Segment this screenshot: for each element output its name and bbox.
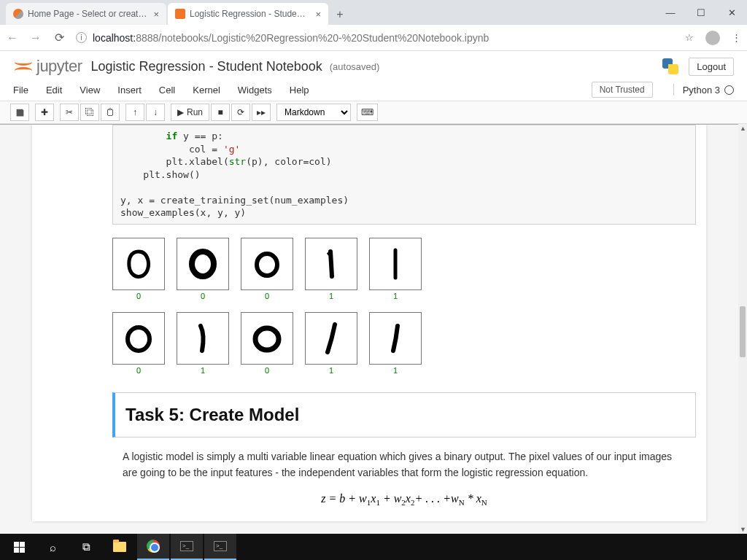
- browser-tab-home[interactable]: Home Page - Select or create a n ×: [6, 3, 166, 25]
- output-digits-row-2: 0 1 0 1 1: [112, 305, 706, 379]
- menu-insert[interactable]: Insert: [117, 85, 142, 96]
- star-icon[interactable]: ☆: [685, 32, 694, 43]
- digit-output: 0: [241, 312, 293, 375]
- jupyter-icon: [13, 56, 34, 77]
- menu-widgets[interactable]: Widgets: [238, 85, 272, 96]
- markdown-text: A logistic model is simply a multi varia…: [112, 449, 696, 481]
- new-tab-button[interactable]: +: [330, 4, 350, 25]
- scroll-down-icon[interactable]: ▼: [740, 526, 746, 533]
- svg-point-2: [128, 327, 150, 351]
- profile-icon[interactable]: [705, 31, 720, 45]
- menu-edit[interactable]: Edit: [46, 85, 62, 96]
- cell-type-select[interactable]: Markdown: [276, 104, 351, 121]
- vertical-scrollbar[interactable]: ▲ ▼: [738, 124, 747, 534]
- digit-output: 1: [369, 312, 422, 375]
- terminal-taskbar-button-1[interactable]: >_: [171, 534, 203, 560]
- file-explorer-button[interactable]: [104, 534, 136, 560]
- copy-button[interactable]: ⿻: [80, 104, 99, 121]
- scroll-thumb[interactable]: [740, 306, 746, 357]
- digit-output: 0: [177, 238, 229, 300]
- kernel-indicator[interactable]: Python 3: [673, 84, 734, 96]
- task-view-button[interactable]: ⧉: [70, 534, 102, 560]
- run-button[interactable]: ▶ Run: [171, 104, 209, 121]
- digit-output: 1: [177, 312, 229, 375]
- command-palette-button[interactable]: ⌨: [357, 104, 378, 121]
- kernel-status-icon: [724, 85, 734, 95]
- back-icon[interactable]: ←: [6, 31, 19, 44]
- equation: z = b + w1x1 + w2x2+ . . . +wN * xN: [112, 492, 696, 507]
- task-heading: Task 5: Create Model: [125, 405, 685, 425]
- jupyter-word: jupyter: [36, 57, 82, 76]
- jupyter-logo[interactable]: jupyter: [13, 56, 82, 77]
- digit-output: 0: [241, 238, 293, 300]
- paste-button[interactable]: 📋︎: [101, 104, 120, 121]
- trust-indicator[interactable]: Not Trusted: [592, 82, 653, 98]
- digit-output: 1: [305, 238, 357, 300]
- forward-icon[interactable]: →: [29, 31, 42, 44]
- url-path: /notebooks/Logistic%20Regression%20-%20S…: [158, 32, 489, 44]
- browser-tab-strip: Home Page - Select or create a n × Logis…: [0, 0, 747, 25]
- jupyter-favicon: [13, 9, 23, 19]
- save-button[interactable]: [10, 104, 29, 121]
- digit-output: 1: [305, 312, 357, 375]
- search-button[interactable]: ⌕: [36, 534, 69, 560]
- menu-kernel[interactable]: Kernel: [193, 85, 220, 96]
- output-digits-row-1: 0 0 0 1 1: [112, 230, 706, 305]
- notebook-title[interactable]: Logistic Regression - Student Notebook: [91, 59, 322, 74]
- url-port: 8888: [136, 32, 158, 44]
- url-field[interactable]: i localhost:8888/notebooks/Logistic%20Re…: [76, 32, 675, 44]
- logout-button[interactable]: Logout: [689, 58, 734, 76]
- restart-button[interactable]: ⟳: [231, 104, 250, 121]
- jupyter-header: jupyter Logistic Regression - Student No…: [0, 51, 747, 79]
- windows-taskbar: ⌕ ⧉ >_ >_: [0, 534, 747, 560]
- window-controls: — ☐ ✕: [655, 0, 747, 25]
- autosave-status: (autosaved): [330, 61, 380, 72]
- tab-title: Logistic Regression - Student No: [190, 9, 309, 19]
- close-icon[interactable]: ×: [315, 9, 321, 20]
- close-icon[interactable]: ×: [153, 9, 159, 20]
- menu-cell[interactable]: Cell: [159, 85, 175, 96]
- code-cell-input[interactable]: if y == p: col = 'g' plt.xlabel(str(p), …: [112, 125, 696, 225]
- add-cell-button[interactable]: ✚: [35, 104, 54, 121]
- restart-run-all-button[interactable]: ▸▸: [252, 104, 271, 121]
- markdown-cell-heading[interactable]: Task 5: Create Model: [112, 392, 696, 438]
- reload-icon[interactable]: ⟳: [53, 31, 66, 44]
- tab-title: Home Page - Select or create a n: [28, 9, 147, 19]
- menu-file[interactable]: File: [13, 85, 28, 96]
- jupyter-toolbar: ✚ ✂ ⿻ 📋︎ ↑ ↓ ▶ Run ■ ⟳ ▸▸ Markdown ⌨: [0, 101, 747, 124]
- browser-tab-notebook[interactable]: Logistic Regression - Student No ×: [168, 3, 328, 25]
- digit-output: 1: [369, 238, 422, 300]
- svg-point-1: [257, 254, 277, 276]
- menu-help[interactable]: Help: [290, 85, 309, 96]
- move-down-button[interactable]: ↓: [146, 104, 165, 121]
- digit-output: 0: [112, 238, 165, 300]
- scroll-up-icon[interactable]: ▲: [740, 125, 746, 132]
- minimize-button[interactable]: —: [655, 0, 686, 25]
- site-info-icon[interactable]: i: [76, 32, 87, 43]
- jupyter-menubar: File Edit View Insert Cell Kernel Widget…: [0, 79, 747, 101]
- svg-point-3: [255, 328, 279, 350]
- menu-icon[interactable]: ⋮: [732, 32, 741, 43]
- svg-point-0: [192, 252, 214, 276]
- jupyter-nb-favicon: [175, 9, 185, 19]
- maximize-button[interactable]: ☐: [686, 0, 716, 25]
- close-window-button[interactable]: ✕: [716, 0, 747, 25]
- start-button[interactable]: [3, 534, 35, 560]
- move-up-button[interactable]: ↑: [125, 104, 144, 121]
- terminal-taskbar-button-2[interactable]: >_: [204, 534, 236, 560]
- chrome-taskbar-button[interactable]: [137, 534, 169, 560]
- menu-view[interactable]: View: [80, 85, 100, 96]
- url-host: localhost:: [93, 32, 136, 44]
- address-bar: ← → ⟳ i localhost:8888/notebooks/Logisti…: [0, 25, 747, 51]
- digit-output: 0: [112, 312, 165, 375]
- cut-button[interactable]: ✂: [60, 104, 79, 121]
- notebook-document: if y == p: col = 'g' plt.xlabel(str(p), …: [32, 125, 706, 521]
- notebook-scroll-area[interactable]: if y == p: col = 'g' plt.xlabel(str(p), …: [0, 124, 738, 534]
- interrupt-button[interactable]: ■: [211, 104, 230, 121]
- python-icon: [661, 57, 680, 76]
